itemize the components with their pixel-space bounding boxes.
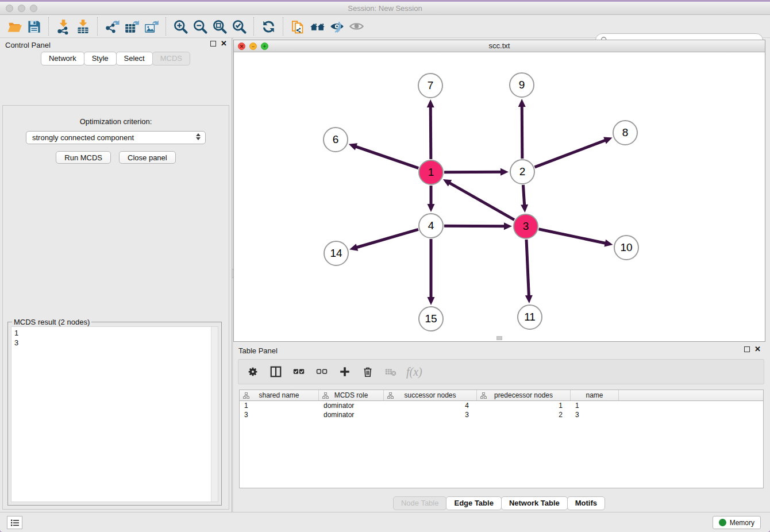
graph-node-11[interactable]: 11 [517, 304, 542, 330]
tab-mcds[interactable]: MCDS [152, 52, 190, 65]
first-neighbors-icon[interactable] [307, 17, 327, 36]
tab-network[interactable]: Network [41, 52, 84, 65]
app-title: Session: New Session [0, 2, 770, 15]
export-network-icon[interactable] [102, 17, 122, 36]
graph-node-10[interactable]: 10 [614, 235, 639, 260]
import-network-icon[interactable] [53, 17, 73, 36]
close-panel-icon[interactable]: ✕ [221, 41, 227, 47]
network-window-title: scc.txt [234, 40, 765, 52]
graph-node-4[interactable]: 4 [418, 213, 444, 238]
show-columns-icon[interactable] [268, 364, 283, 379]
mcds-tab-content: Optimization criterion: strongly connect… [2, 105, 229, 510]
network-close-button[interactable]: ✕ [238, 43, 245, 50]
graph-node-1[interactable]: 1 [418, 160, 444, 185]
close-panel-button[interactable]: Close panel [119, 151, 176, 164]
cell-MCDS-role: dominator [319, 410, 384, 419]
graph-node-14[interactable]: 14 [324, 241, 349, 266]
toolbar-separator [283, 17, 283, 36]
tab-style[interactable]: Style [84, 52, 117, 65]
zoom-in-icon[interactable] [171, 17, 190, 36]
graph-node-2[interactable]: 2 [510, 159, 535, 184]
network-maximize-button[interactable]: + [261, 43, 268, 50]
graph-node-6[interactable]: 6 [323, 127, 348, 152]
column-header-shared-name[interactable]: shared name [240, 390, 319, 400]
tab-network-table[interactable]: Network Table [501, 496, 568, 510]
table-row[interactable]: 1dominator411 [240, 401, 763, 410]
save-session-icon[interactable] [24, 17, 44, 36]
export-image-icon[interactable] [141, 17, 161, 36]
open-file-icon[interactable] [5, 17, 24, 36]
application-window: Session: New Session [0, 2, 770, 532]
export-table-icon[interactable] [122, 17, 141, 36]
mcds-result-text[interactable]: 1 3 [11, 328, 210, 502]
deselect-all-columns-icon[interactable] [314, 364, 329, 379]
app-close-button[interactable] [6, 5, 13, 12]
delete-table-icon[interactable] [383, 364, 398, 379]
add-row-icon[interactable] [337, 364, 352, 379]
node-table: shared nameMCDS rolesuccessor nodesprede… [239, 390, 764, 488]
memory-button-label: Memory [730, 519, 754, 527]
cell-predecessor-nodes: 1 [477, 401, 571, 410]
toolbar-separator [97, 17, 98, 36]
table-settings-icon[interactable] [245, 364, 260, 379]
network-view-window: ✕ − + scc.txt 7968124314101511 [233, 40, 765, 342]
main-toolbar [0, 16, 770, 38]
app-minimize-button[interactable] [18, 5, 25, 12]
memory-button[interactable]: Memory [713, 516, 761, 529]
tab-edge-table[interactable]: Edge Table [446, 496, 501, 510]
close-table-panel-icon[interactable]: ✕ [754, 346, 761, 352]
app-titlebar: Session: New Session [0, 2, 770, 15]
refresh-view-icon[interactable] [259, 17, 278, 36]
cell-successor-nodes: 3 [384, 410, 477, 419]
table-row[interactable]: 3dominator323 [240, 410, 763, 419]
import-table-icon[interactable] [73, 17, 93, 36]
graph-node-3[interactable]: 3 [513, 214, 538, 239]
list-icon [10, 519, 20, 527]
network-window-titlebar[interactable]: ✕ − + scc.txt [234, 40, 765, 52]
toolbar-separator [48, 17, 49, 36]
zoom-fit-icon[interactable] [210, 17, 229, 36]
toolbar-separator [165, 17, 166, 36]
cell-shared-name: 1 [240, 401, 319, 410]
network-canvas-svg [234, 52, 765, 341]
graph-node-9[interactable]: 9 [509, 72, 534, 98]
network-minimize-button[interactable]: − [249, 43, 257, 50]
float-table-panel-icon[interactable] [744, 346, 750, 352]
criterion-select[interactable]: strongly connected component [26, 131, 206, 144]
new-network-from-selection-icon[interactable] [288, 17, 307, 36]
table-header-row: shared nameMCDS rolesuccessor nodesprede… [240, 390, 763, 401]
tab-node-table[interactable]: Node Table [393, 496, 447, 510]
task-history-button[interactable] [7, 516, 22, 529]
optimization-criterion-label: Optimization criterion: [3, 117, 229, 126]
canvas-splitter-handle[interactable] [496, 336, 502, 340]
mcds-result-title: MCDS result (2 nodes) [12, 318, 91, 326]
float-panel-icon[interactable] [210, 41, 216, 47]
show-all-icon[interactable] [346, 17, 366, 36]
graph-node-7[interactable]: 7 [418, 73, 443, 98]
tab-motifs[interactable]: Motifs [567, 496, 605, 510]
table-panel-title: Table Panel [238, 346, 278, 355]
app-maximize-button[interactable] [30, 5, 37, 12]
select-all-columns-icon[interactable] [291, 364, 306, 379]
zoom-selected-icon[interactable] [229, 17, 249, 36]
memory-status-icon [719, 519, 726, 526]
delete-row-icon[interactable] [360, 364, 375, 379]
column-header-successor-nodes[interactable]: successor nodes [384, 390, 477, 400]
graph-node-8[interactable]: 8 [613, 120, 638, 145]
cell-successor-nodes: 4 [384, 401, 477, 410]
cell-name: 3 [571, 410, 619, 419]
cell-shared-name: 3 [240, 410, 319, 419]
column-header-name[interactable]: name [571, 390, 619, 400]
table-panel-tabs: Node TableEdge TableNetwork TableMotifs [233, 496, 765, 510]
zoom-out-icon[interactable] [190, 17, 210, 36]
function-builder-icon[interactable]: f(x) [406, 365, 422, 379]
column-header-MCDS-role[interactable]: MCDS role [319, 390, 384, 400]
column-header-predecessor-nodes[interactable]: predecessor nodes [477, 390, 571, 400]
network-canvas[interactable]: 7968124314101511 [234, 52, 765, 341]
toolbar-separator [253, 17, 254, 36]
hide-selected-icon[interactable] [327, 17, 346, 36]
run-mcds-button[interactable]: Run MCDS [56, 151, 111, 164]
tab-select[interactable]: Select [116, 52, 153, 65]
result-scrollbar[interactable] [211, 327, 218, 502]
graph-node-15[interactable]: 15 [418, 306, 444, 331]
